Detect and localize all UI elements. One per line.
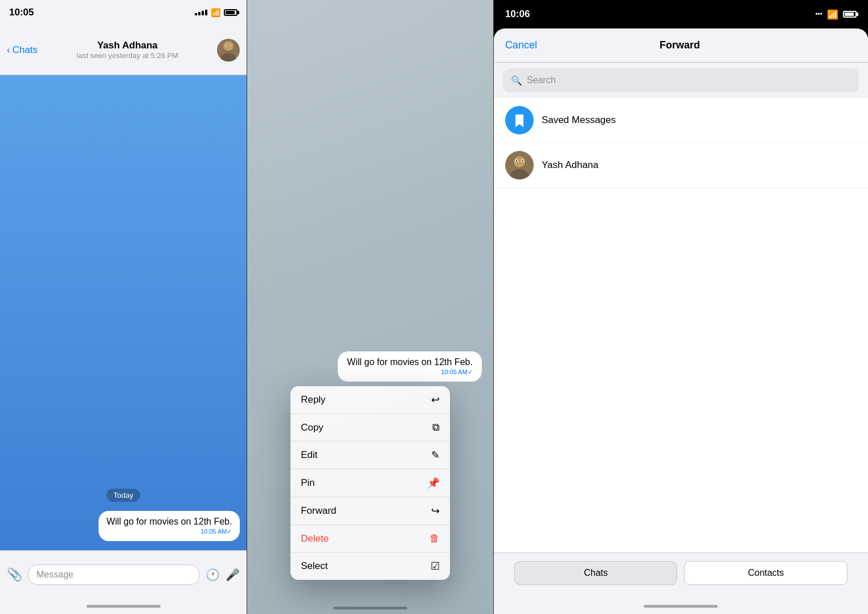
message-row: Will go for movies on 12th Feb. 10:05 AM… bbox=[7, 511, 240, 541]
tab-chats-label: Chats bbox=[584, 568, 608, 578]
chat-nav-bar: ‹ Chats Yash Adhana last seen yesterday … bbox=[0, 25, 247, 75]
context-menu-panel: Will go for movies on 12th Feb. 10:05 AM… bbox=[247, 0, 493, 614]
menu-item-select[interactable]: Select ☑ bbox=[290, 552, 450, 580]
home-bar bbox=[87, 605, 161, 608]
date-pill: Today bbox=[107, 489, 140, 502]
forward-home-indicator bbox=[494, 598, 868, 614]
forward-tab-bar: Chats Contacts bbox=[494, 552, 868, 598]
menu-label-forward: Forward bbox=[301, 505, 336, 517]
context-home-bar bbox=[333, 607, 407, 609]
bubble-meta: 10:05 AM✓ bbox=[107, 528, 232, 535]
context-message-bubble: Will go for movies on 12th Feb. 10:05 AM… bbox=[338, 351, 482, 382]
forward-status-bar: 10:06 ••• 📶 bbox=[494, 0, 868, 28]
emoji-icon[interactable]: 🕐 bbox=[206, 568, 220, 582]
context-message-meta: 10:05 AM✓ bbox=[347, 369, 473, 376]
status-icons: 📶 bbox=[195, 8, 238, 17]
forward-status-time: 10:06 bbox=[505, 9, 530, 20]
search-icon: 🔍 bbox=[511, 75, 522, 86]
bookmark-icon bbox=[511, 112, 528, 129]
menu-item-copy[interactable]: Copy ⧉ bbox=[290, 414, 450, 441]
svg-point-3 bbox=[223, 41, 234, 51]
context-message-text: Will go for movies on 12th Feb. bbox=[347, 357, 473, 367]
yash-avatar-image bbox=[505, 151, 534, 179]
contact-status: last seen yesterday at 5:26 PM bbox=[77, 51, 178, 60]
list-item-yash-adhana[interactable]: Yash Adhana bbox=[494, 143, 868, 188]
forward-wifi-icon: 📶 bbox=[827, 9, 838, 20]
mic-icon[interactable]: 🎤 bbox=[226, 568, 240, 582]
svg-point-12 bbox=[516, 160, 517, 161]
messages-area: Today Will go for movies on 12th Feb. 10… bbox=[0, 75, 247, 550]
forward-signal-icon: ••• bbox=[815, 10, 822, 18]
context-content: Will go for movies on 12th Feb. 10:05 AM… bbox=[247, 0, 493, 614]
menu-label-edit: Edit bbox=[301, 449, 317, 461]
yash-adhana-avatar bbox=[505, 151, 534, 179]
back-label: Chats bbox=[13, 44, 38, 56]
svg-point-6 bbox=[226, 45, 227, 46]
menu-label-pin: Pin bbox=[301, 477, 315, 489]
tab-contacts[interactable]: Contacts bbox=[684, 561, 847, 585]
forward-contact-list: Saved Messages Yash Adhana bbox=[494, 98, 868, 552]
chat-status-bar: 10:05 📶 bbox=[0, 0, 247, 25]
pin-icon: 📌 bbox=[427, 477, 440, 489]
saved-messages-label: Saved Messages bbox=[542, 114, 616, 126]
forward-battery-icon bbox=[843, 11, 857, 18]
reply-icon: ↩ bbox=[431, 394, 440, 406]
saved-messages-avatar bbox=[505, 106, 534, 134]
avatar-image bbox=[217, 39, 240, 62]
menu-item-pin[interactable]: Pin 📌 bbox=[290, 469, 450, 497]
delete-icon: 🗑 bbox=[429, 533, 440, 545]
svg-point-9 bbox=[514, 156, 525, 167]
forward-home-bar bbox=[644, 605, 718, 608]
svg-point-7 bbox=[230, 45, 231, 46]
menu-item-delete[interactable]: Delete 🗑 bbox=[290, 525, 450, 552]
chat-bubble[interactable]: Will go for movies on 12th Feb. 10:05 AM… bbox=[99, 511, 240, 541]
battery-icon bbox=[224, 9, 238, 16]
contact-avatar[interactable] bbox=[217, 39, 240, 62]
wifi-icon: 📶 bbox=[211, 8, 220, 17]
contact-name: Yash Adhana bbox=[97, 40, 158, 51]
attach-icon[interactable]: 📎 bbox=[7, 567, 22, 582]
search-input[interactable]: 🔍 Search bbox=[503, 68, 859, 92]
svg-point-13 bbox=[522, 160, 523, 161]
menu-item-forward[interactable]: Forward ↪ bbox=[290, 497, 450, 525]
bubble-text: Will go for movies on 12th Feb. bbox=[107, 517, 232, 527]
chevron-left-icon: ‹ bbox=[7, 44, 10, 56]
context-menu: Reply ↩ Copy ⧉ Edit ✎ Pin 📌 Forward ↪ De… bbox=[290, 386, 450, 580]
menu-item-edit[interactable]: Edit ✎ bbox=[290, 441, 450, 469]
back-button[interactable]: ‹ Chats bbox=[7, 44, 38, 56]
forward-main: Cancel Forward 🔍 Search Saved Messages bbox=[494, 28, 868, 614]
menu-label-copy: Copy bbox=[301, 422, 324, 433]
menu-label-reply: Reply bbox=[301, 394, 325, 406]
contact-info: Yash Adhana last seen yesterday at 5:26 … bbox=[77, 40, 178, 60]
cancel-button[interactable]: Cancel bbox=[505, 39, 537, 51]
chat-input-bar: 📎 Message 🕐 🎤 bbox=[0, 550, 247, 598]
input-placeholder: Message bbox=[36, 570, 73, 580]
message-input[interactable]: Message bbox=[28, 564, 200, 585]
forward-icon: ↪ bbox=[431, 505, 440, 517]
forward-nav: Cancel Forward bbox=[494, 28, 868, 63]
forward-status-icons: ••• 📶 bbox=[815, 9, 857, 20]
forward-panel: 10:06 ••• 📶 Cancel Forward 🔍 Search bbox=[494, 0, 868, 614]
search-placeholder: Search bbox=[527, 75, 556, 85]
home-indicator bbox=[0, 598, 247, 614]
forward-title: Forward bbox=[660, 39, 700, 51]
chat-panel: 10:05 📶 ‹ Chats Yash Adhana last seen ye… bbox=[0, 0, 247, 614]
yash-adhana-label: Yash Adhana bbox=[542, 159, 599, 171]
select-icon: ☑ bbox=[431, 560, 440, 572]
copy-icon: ⧉ bbox=[432, 421, 440, 433]
tab-contacts-label: Contacts bbox=[748, 568, 784, 578]
search-bar-container: 🔍 Search bbox=[494, 63, 868, 98]
date-separator: Today bbox=[7, 489, 240, 502]
signal-icon bbox=[195, 10, 207, 15]
list-item-saved-messages[interactable]: Saved Messages bbox=[494, 98, 868, 143]
tab-chats[interactable]: Chats bbox=[514, 561, 678, 585]
menu-item-reply[interactable]: Reply ↩ bbox=[290, 386, 450, 414]
edit-icon: ✎ bbox=[431, 449, 440, 461]
menu-label-select: Select bbox=[301, 560, 327, 572]
status-time: 10:05 bbox=[9, 7, 34, 18]
menu-label-delete: Delete bbox=[301, 533, 329, 545]
